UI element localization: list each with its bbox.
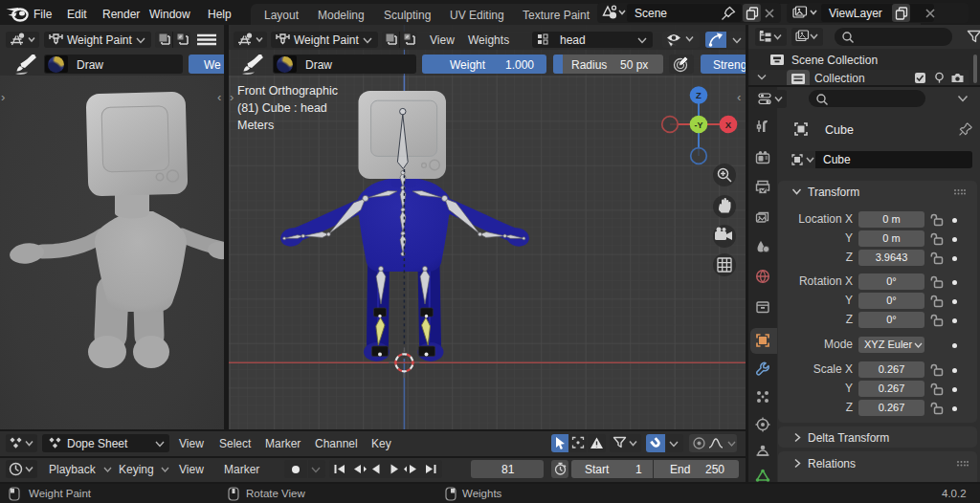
svg-text:X: X [725, 120, 732, 130]
svg-text:-Y: -Y [695, 120, 703, 130]
svg-text:Z: Z [696, 90, 702, 100]
